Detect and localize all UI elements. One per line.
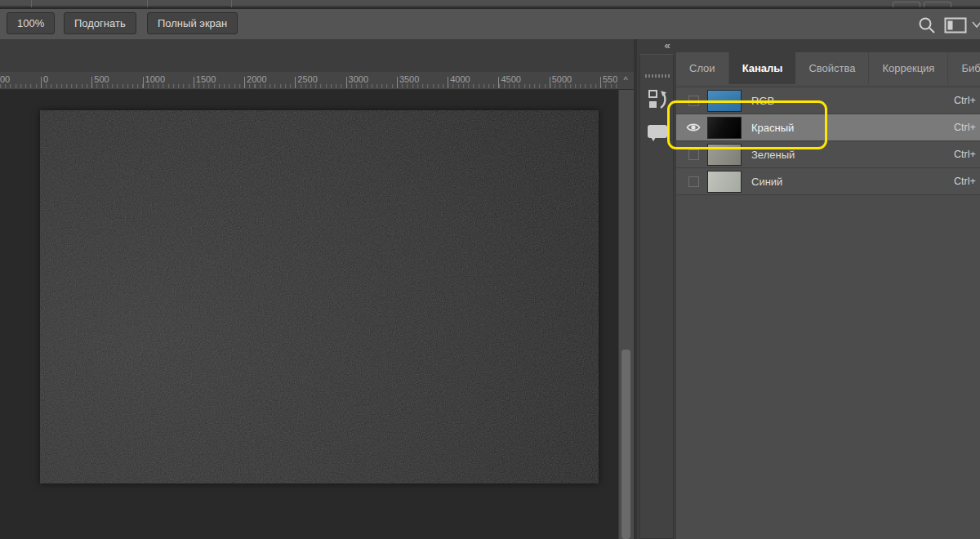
ruler-major-tick <box>91 77 92 88</box>
channel-row-rgb[interactable]: RGBCtrl+ <box>676 87 980 114</box>
ruler-major-tick <box>244 77 245 88</box>
ruler-label: 3500 <box>399 74 419 84</box>
ruler-label: 500 <box>94 74 109 84</box>
visibility-eye-icon[interactable] <box>681 122 706 132</box>
panel-tab-bar: СлоиКаналыСвойстваКоррекцияБиблиотеки <box>676 52 980 84</box>
visibility-toggle-empty[interactable] <box>681 96 706 106</box>
channels-list: RGBCtrl+КрасныйCtrl+ЗеленыйCtrl+СинийCtr… <box>676 87 980 195</box>
channels-panel: RGBCtrl+КрасныйCtrl+ЗеленыйCtrl+СинийCtr… <box>676 84 980 539</box>
channel-thumbnail-синий[interactable] <box>707 171 742 193</box>
notes-bubble-icon[interactable] <box>640 125 675 138</box>
ruler-label: 4500 <box>501 74 520 84</box>
channel-row-зеленый[interactable]: ЗеленыйCtrl+ <box>676 141 980 168</box>
chevron-down-icon[interactable] <box>971 20 980 29</box>
ruler-major-tick <box>143 77 144 88</box>
channel-name: Зеленый <box>751 149 795 161</box>
visibility-toggle-empty[interactable] <box>681 176 706 187</box>
collapse-panels-icon[interactable]: « <box>660 41 675 52</box>
ruler-label: 00 <box>0 74 10 84</box>
view-toolbar: 100% Подогнать Полный экран <box>0 9 980 39</box>
channel-thumbnail-rgb[interactable] <box>707 90 742 112</box>
channel-shortcut: Ctrl+ <box>954 176 976 187</box>
fit-screen-button[interactable]: Подогнать <box>64 12 136 34</box>
ruler-major-tick <box>194 77 194 88</box>
channel-thumbnail-зеленый[interactable] <box>707 144 742 166</box>
ruler-label: 3000 <box>349 74 368 84</box>
zoom-level-button[interactable]: 100% <box>7 12 55 34</box>
tab-библиотеки[interactable]: Библиотеки <box>948 52 980 84</box>
channel-name: RGB <box>751 95 774 107</box>
ruler-major-tick <box>41 77 42 88</box>
ruler-label: 0 <box>43 74 48 84</box>
search-icon[interactable] <box>917 16 937 35</box>
tab-коррекция[interactable]: Коррекция <box>869 52 948 84</box>
canvas-vertical-scrollbar-thumb[interactable] <box>621 350 630 539</box>
ruler-label: 2500 <box>297 74 317 84</box>
dock-strip <box>639 54 674 539</box>
panel-group-chrome <box>676 39 980 52</box>
ruler-label: 1500 <box>196 74 216 84</box>
options-bar-remnant <box>0 0 980 7</box>
options-divider <box>31 0 32 7</box>
ruler-label: 5000 <box>552 74 572 84</box>
workspace-switcher-icon[interactable] <box>944 16 967 34</box>
options-minitab <box>924 2 951 7</box>
options-divider <box>231 0 232 7</box>
ruler-major-tick <box>295 77 296 88</box>
fullscreen-button[interactable]: Полный экран <box>147 12 238 34</box>
options-divider <box>147 0 148 7</box>
history-icon[interactable] <box>640 87 675 115</box>
ruler-major-tick <box>448 77 448 88</box>
channel-shortcut: Ctrl+ <box>954 95 976 106</box>
ruler-label: 4000 <box>450 74 470 84</box>
ruler-label: 2000 <box>247 74 266 84</box>
film-grain-noise <box>40 110 599 483</box>
ruler-label: 1000 <box>145 74 165 84</box>
ruler-major-tick <box>600 77 601 88</box>
tab-каналы[interactable]: Каналы <box>729 52 796 84</box>
canvas-red-channel-image[interactable] <box>40 110 599 483</box>
channel-shortcut: Ctrl+ <box>954 122 976 133</box>
ruler-major-tick <box>397 77 398 88</box>
channel-row-синий[interactable]: СинийCtrl+ <box>676 168 980 195</box>
channel-thumbnail-красный[interactable] <box>707 117 742 139</box>
collapsed-panel-dock: « <box>637 39 676 539</box>
channel-name: Красный <box>751 122 794 134</box>
tab-свойства[interactable]: Свойства <box>795 52 869 84</box>
horizontal-ruler[interactable]: 0005001000150020002500300035004000450050… <box>0 72 618 90</box>
ruler-major-tick <box>346 77 347 88</box>
document-chrome <box>0 39 637 72</box>
ruler-major-tick <box>498 77 499 88</box>
dock-gripper[interactable] <box>645 74 670 78</box>
channel-row-красный[interactable]: КрасныйCtrl+ <box>676 114 980 141</box>
photoshop-window: 100% Подогнать Полный экран 000500100015… <box>0 0 980 539</box>
ruler-major-tick <box>550 77 550 88</box>
ruler-label: 550 <box>603 74 617 84</box>
ruler-minor-ticks <box>0 84 618 88</box>
tab-слои[interactable]: Слои <box>676 52 729 84</box>
scroll-up-arrow-icon[interactable]: ^ <box>617 72 634 90</box>
options-minitab <box>893 2 920 7</box>
visibility-toggle-empty[interactable] <box>681 149 706 160</box>
channel-shortcut: Ctrl+ <box>954 149 976 160</box>
channel-name: Синий <box>751 176 782 188</box>
